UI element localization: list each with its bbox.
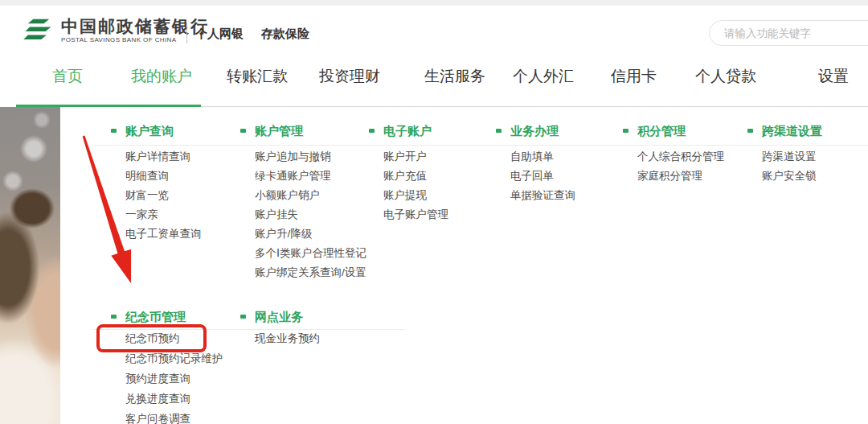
bullet-icon [111,129,117,133]
menu-item[interactable]: 账户挂失 [255,205,366,224]
nav-my-accounts[interactable]: 我的账户 [131,66,192,87]
search-input[interactable] [709,20,868,46]
menu-item[interactable]: 账户详情查询 [125,147,202,167]
bullet-icon [623,129,628,133]
menu-item[interactable]: 现金业务预约 [255,328,320,348]
menu-item[interactable]: 账户充值 [383,167,448,186]
menu-category-commemorative-coin: 纪念币管理 [111,310,186,323]
bullet-icon [747,129,753,133]
nav-credit-card[interactable]: 信用卡 [611,66,657,87]
menu-item[interactable]: 账户升/降级 [255,224,366,244]
menu-category-business-handling: 业务办理 [496,124,559,138]
menu-item[interactable]: 账户提现 [383,186,448,205]
nav-personal-forex[interactable]: 个人外汇 [513,66,574,87]
portal-link-personal-banking[interactable]: 个人网银 [195,27,244,42]
menu-item[interactable]: 自助填单 [510,147,575,167]
menu-list-e-account: 账户开户 账户充值 账户提现 电子账户管理 [383,147,448,224]
menu-item[interactable]: 家庭积分管理 [637,167,724,186]
portal-link-deposit-insurance[interactable]: 存款保险 [261,27,309,42]
menu-item[interactable]: 预约进度查询 [125,368,223,389]
menu-item[interactable]: 账户绑定关系查询/设置 [255,263,366,282]
bullet-icon [496,129,502,133]
menu-divider [92,145,868,146]
menu-item[interactable]: 账户追加与撤销 [255,147,366,167]
bullet-icon [240,315,246,319]
menu-list-points-management: 个人综合积分管理 家庭积分管理 [637,147,724,186]
menu-item[interactable]: 电子账户管理 [383,205,448,224]
menu-list-cross-channel: 跨渠道设置 账户安全锁 [762,147,817,186]
header-divider [186,23,187,43]
nav-transfer-remittance[interactable]: 转账汇款 [227,66,288,87]
menu-category-cross-channel: 跨渠道设置 [747,124,822,138]
menu-item[interactable]: 兑换进度查询 [125,389,223,409]
menu-item[interactable]: 客户问卷调查 [125,409,223,424]
menu-list-account-management: 账户追加与撤销 绿卡通账户管理 小额账户销户 账户挂失 账户升/降级 多个Ⅰ类账… [255,147,366,282]
nav-bottom-border [201,106,868,107]
nav-personal-loan[interactable]: 个人贷款 [695,66,756,87]
menu-category-e-account: 电子账户 [369,124,432,138]
menu-item[interactable]: 小额账户销户 [255,186,366,205]
menu-item[interactable]: 明细查询 [125,167,202,186]
menu-item[interactable]: 电子工资单查询 [125,224,202,244]
menu-category-account-management: 账户管理 [240,124,303,138]
menu-item[interactable]: 个人综合积分管理 [637,147,724,167]
menu-item[interactable]: 一家亲 [125,205,202,224]
bullet-icon [240,129,246,133]
main-nav: 首页 我的账户 转账汇款 投资理财 生活服务 个人外汇 信用卡 个人贷款 设置 [0,66,868,90]
menu-category-account-inquiry: 账户查询 [111,124,174,138]
menu-list-branch-services: 现金业务预约 [255,328,320,348]
nav-life-services[interactable]: 生活服务 [424,66,485,87]
page: 中国邮政储蓄银行 POSTAL SAVINGS BANK OF CHINA 个人… [0,0,868,424]
background-photo [0,107,60,424]
menu-item[interactable]: 账户开户 [383,147,448,167]
nav-investment[interactable]: 投资理财 [319,66,380,87]
menu-list-account-inquiry: 账户详情查询 明细查询 财富一览 一家亲 电子工资单查询 [125,147,202,244]
portal-links: 个人网银 存款保险 [195,27,309,42]
menu-item[interactable]: 电子回单 [510,167,575,186]
bank-logo[interactable]: 中国邮政储蓄银行 POSTAL SAVINGS BANK OF CHINA [21,13,209,48]
menu-item[interactable]: 账户安全锁 [762,167,817,186]
bullet-icon [369,129,375,133]
menu-item[interactable]: 财富一览 [125,186,202,205]
menu-item[interactable]: 跨渠道设置 [762,147,817,167]
bank-logo-icon [21,13,56,48]
window-top-strip [0,0,868,6]
menu-category-branch-services: 网点业务 [240,310,303,323]
menu-item[interactable]: 多个Ⅰ类账户合理性登记 [255,244,366,263]
bullet-icon [111,315,117,319]
nav-home[interactable]: 首页 [52,66,83,87]
menu-item[interactable]: 单据验证查询 [510,186,575,205]
menu-list-business-handling: 自助填单 电子回单 单据验证查询 [510,147,575,205]
menu-item[interactable]: 绿卡通账户管理 [255,167,366,186]
nav-settings[interactable]: 设置 [818,66,849,87]
highlight-box [96,324,207,352]
menu-category-points-management: 积分管理 [623,124,686,138]
